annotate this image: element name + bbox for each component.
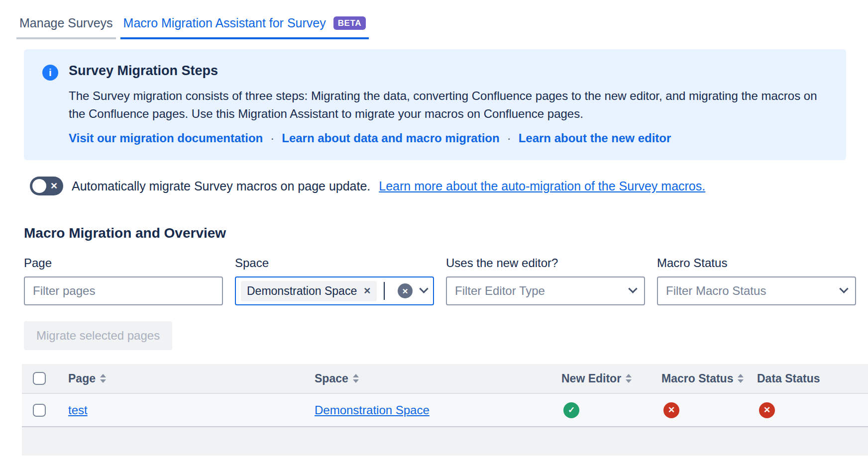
space-link[interactable]: Demonstration Space [315,403,430,417]
info-icon: i [42,65,58,81]
link-separator: · [507,131,511,145]
filter-page: Page [24,256,223,305]
filter-macro-status-label: Macro Status [657,256,856,270]
row-macro-status-cell: ✕ [661,402,757,418]
auto-migrate-toggle[interactable]: ✕ [30,177,63,195]
table-header-row: Page Space New Editor Macro Status D [22,364,868,393]
tab-label: Manage Surveys [19,16,113,30]
row-space-cell: Demonstration Space [315,403,561,417]
migrate-selected-pages-button[interactable]: Migrate selected pages [24,321,172,350]
editor-type-select[interactable]: Filter Editor Type [446,276,645,305]
info-banner: i Survey Migration Steps The Survey migr… [24,49,846,160]
auto-migration-link[interactable]: Learn more about the auto-migration of t… [379,179,705,193]
tab-macro-migration-assistant[interactable]: Macro Migration Assistant for Survey BET… [120,13,369,39]
editor-type-placeholder: Filter Editor Type [455,284,545,298]
auto-migration-text: Automatically migrate Survey macros on p… [72,179,370,193]
filter-editor: Uses the new editor? Filter Editor Type [446,256,645,305]
check-circle-icon: ✓ [563,402,579,418]
clear-icon[interactable]: ✕ [398,283,413,298]
column-label: Macro Status [661,372,733,385]
sort-icon[interactable] [353,374,359,383]
sort-icon[interactable] [626,374,632,383]
filter-editor-label: Uses the new editor? [446,256,645,270]
cross-circle-icon: ✕ [663,402,679,418]
chevron-down-icon [628,284,637,293]
select-all-checkbox[interactable] [33,372,46,385]
row-checkbox[interactable] [33,404,46,417]
header-new-editor: New Editor [561,372,661,385]
filter-bar: Page Space Demonstration Space ✕ ✕ Uses … [24,256,868,305]
header-data-status: Data Status [757,372,868,385]
table-footer-strip [22,427,868,456]
space-chip-label: Demonstration Space [247,284,357,298]
row-checkbox-cell [22,404,68,417]
cross-circle-icon: ✕ [759,402,775,418]
banner-links: Visit our migration documentation · Lear… [69,131,825,145]
banner-title: Survey Migration Steps [69,63,825,79]
link-migration-documentation[interactable]: Visit our migration documentation [69,131,263,145]
filter-space: Space Demonstration Space ✕ ✕ [235,256,434,305]
section-title: Macro Migration and Overview [24,225,868,241]
column-label: New Editor [561,372,621,385]
header-macro-status: Macro Status [661,372,757,385]
link-separator: · [270,131,274,145]
cross-icon: ✕ [50,182,58,190]
row-page-cell: test [68,403,315,417]
chip-remove-icon[interactable]: ✕ [363,286,371,295]
header-checkbox-cell [22,372,68,385]
space-chip: Demonstration Space ✕ [241,281,377,301]
info-banner-content: Survey Migration Steps The Survey migrat… [69,63,825,145]
sort-icon[interactable] [738,374,744,383]
migration-table: Page Space New Editor Macro Status D [22,364,868,456]
banner-body: The Survey migration consists of three s… [69,87,825,123]
filter-page-label: Page [24,256,223,270]
page-filter-input[interactable] [24,276,223,305]
table-row: test Demonstration Space ✓ ✕ ✕ [22,393,868,427]
space-filter-multiselect[interactable]: Demonstration Space ✕ ✕ [235,276,434,305]
tab-bar: Manage Surveys Macro Migration Assistant… [16,13,868,39]
column-label: Data Status [757,372,820,385]
auto-migration-row: ✕ Automatically migrate Survey macros on… [30,177,868,195]
macro-status-select[interactable]: Filter Macro Status [657,276,856,305]
text-cursor [384,282,385,300]
tab-label: Macro Migration Assistant for Survey [123,16,326,30]
macro-status-placeholder: Filter Macro Status [666,284,766,298]
link-data-macro-migration[interactable]: Learn about data and macro migration [282,131,499,145]
header-page: Page [68,372,315,385]
column-label: Space [315,372,348,385]
chevron-down-icon[interactable] [419,284,428,293]
filter-space-label: Space [235,256,434,270]
chevron-down-icon [839,284,848,293]
beta-badge: BETA [333,16,366,30]
page-link[interactable]: test [68,403,88,417]
column-label: Page [68,372,96,385]
tab-manage-surveys[interactable]: Manage Surveys [16,13,116,39]
row-new-editor-cell: ✓ [561,402,661,418]
filter-macro-status: Macro Status Filter Macro Status [657,256,856,305]
sort-icon[interactable] [100,374,106,383]
row-data-status-cell: ✕ [757,402,868,418]
header-space: Space [315,372,561,385]
toggle-knob [32,179,46,193]
link-new-editor[interactable]: Learn about the new editor [519,131,671,145]
